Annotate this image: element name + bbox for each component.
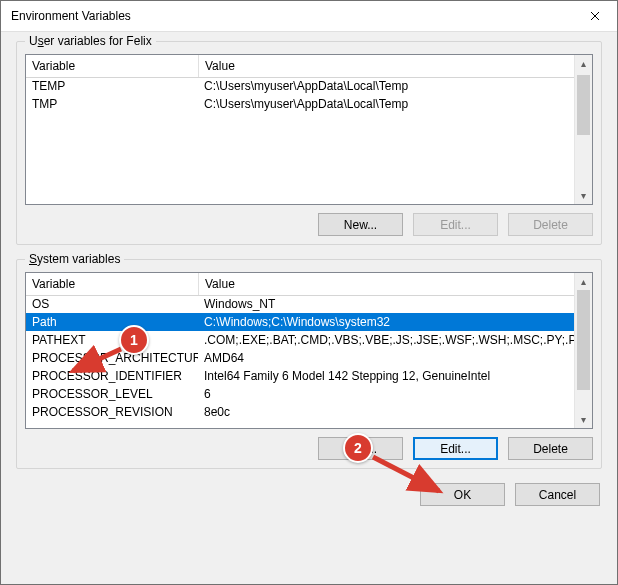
scroll-thumb[interactable]: [577, 75, 590, 135]
cell-variable: Path: [26, 315, 198, 329]
env-vars-dialog: Environment Variables User variables for…: [0, 0, 618, 585]
column-header-variable[interactable]: Variable: [26, 273, 199, 295]
table-row[interactable]: PATHEXT.COM;.EXE;.BAT;.CMD;.VBS;.VBE;.JS…: [26, 331, 575, 349]
table-row[interactable]: PROCESSOR_IDENTIFIERIntel64 Family 6 Mod…: [26, 367, 575, 385]
cell-value: 8e0c: [198, 405, 575, 419]
cell-variable: PROCESSOR_REVISION: [26, 405, 198, 419]
dialog-bottom-buttons: OK Cancel: [16, 483, 602, 506]
user-list-header: Variable Value: [26, 55, 592, 78]
system-variables-label: System variables: [25, 252, 124, 266]
cell-value: C:\Windows;C:\Windows\system32: [198, 315, 575, 329]
column-header-value[interactable]: Value: [199, 55, 592, 77]
table-row[interactable]: TEMPC:\Users\myuser\AppData\Local\Temp: [26, 77, 575, 95]
user-variables-group: User variables for Felix Variable Value …: [16, 41, 602, 245]
cell-value: 6: [198, 387, 575, 401]
system-edit-button[interactable]: Edit...: [413, 437, 498, 460]
system-list-body: OSWindows_NTPathC:\Windows;C:\Windows\sy…: [26, 295, 575, 428]
system-buttons-row: New... Edit... Delete: [25, 437, 593, 460]
table-row[interactable]: TMPC:\Users\myuser\AppData\Local\Temp: [26, 95, 575, 113]
cell-variable: PROCESSOR_IDENTIFIER: [26, 369, 198, 383]
cell-variable: PROCESSOR_ARCHITECTURE: [26, 351, 198, 365]
system-delete-button[interactable]: Delete: [508, 437, 593, 460]
scroll-up-icon[interactable]: ▴: [575, 273, 592, 290]
cell-variable: TEMP: [26, 79, 198, 93]
ok-button[interactable]: OK: [420, 483, 505, 506]
cell-value: C:\Users\myuser\AppData\Local\Temp: [198, 79, 575, 93]
callout-1: 1: [119, 325, 149, 355]
table-row[interactable]: PROCESSOR_ARCHITECTUREAMD64: [26, 349, 575, 367]
scroll-thumb[interactable]: [577, 290, 590, 390]
cell-variable: OS: [26, 297, 198, 311]
cell-variable: TMP: [26, 97, 198, 111]
scroll-down-icon[interactable]: ▾: [575, 411, 592, 428]
close-icon: [590, 11, 600, 21]
cell-value: Intel64 Family 6 Model 142 Stepping 12, …: [198, 369, 575, 383]
user-edit-button[interactable]: Edit...: [413, 213, 498, 236]
cell-variable: PROCESSOR_LEVEL: [26, 387, 198, 401]
table-row[interactable]: PROCESSOR_REVISION8e0c: [26, 403, 575, 421]
user-variables-list[interactable]: Variable Value TEMPC:\Users\myuser\AppDa…: [25, 54, 593, 205]
cell-value: AMD64: [198, 351, 575, 365]
user-variables-label: User variables for Felix: [25, 34, 156, 48]
window-title: Environment Variables: [11, 9, 131, 23]
user-buttons-row: New... Edit... Delete: [25, 213, 593, 236]
scroll-down-icon[interactable]: ▾: [575, 187, 592, 204]
table-row[interactable]: PathC:\Windows;C:\Windows\system32: [26, 313, 575, 331]
scrollbar[interactable]: ▴ ▾: [574, 273, 592, 428]
system-list-header: Variable Value: [26, 273, 592, 296]
callout-2: 2: [343, 433, 373, 463]
cell-variable: PATHEXT: [26, 333, 198, 347]
cell-value: .COM;.EXE;.BAT;.CMD;.VBS;.VBE;.JS;.JSE;.…: [198, 333, 575, 347]
user-delete-button[interactable]: Delete: [508, 213, 593, 236]
table-row[interactable]: PROCESSOR_LEVEL6: [26, 385, 575, 403]
cell-value: C:\Users\myuser\AppData\Local\Temp: [198, 97, 575, 111]
column-header-variable[interactable]: Variable: [26, 55, 199, 77]
table-row[interactable]: OSWindows_NT: [26, 295, 575, 313]
cancel-button[interactable]: Cancel: [515, 483, 600, 506]
dialog-content: User variables for Felix Variable Value …: [1, 31, 617, 584]
user-new-button[interactable]: New...: [318, 213, 403, 236]
system-variables-group: System variables Variable Value OSWindow…: [16, 259, 602, 469]
column-header-value[interactable]: Value: [199, 273, 592, 295]
cell-value: Windows_NT: [198, 297, 575, 311]
scroll-up-icon[interactable]: ▴: [575, 55, 592, 72]
user-list-body: TEMPC:\Users\myuser\AppData\Local\TempTM…: [26, 77, 575, 204]
system-variables-list[interactable]: Variable Value OSWindows_NTPathC:\Window…: [25, 272, 593, 429]
close-button[interactable]: [572, 1, 617, 31]
titlebar: Environment Variables: [1, 1, 617, 32]
scrollbar[interactable]: ▴ ▾: [574, 55, 592, 204]
